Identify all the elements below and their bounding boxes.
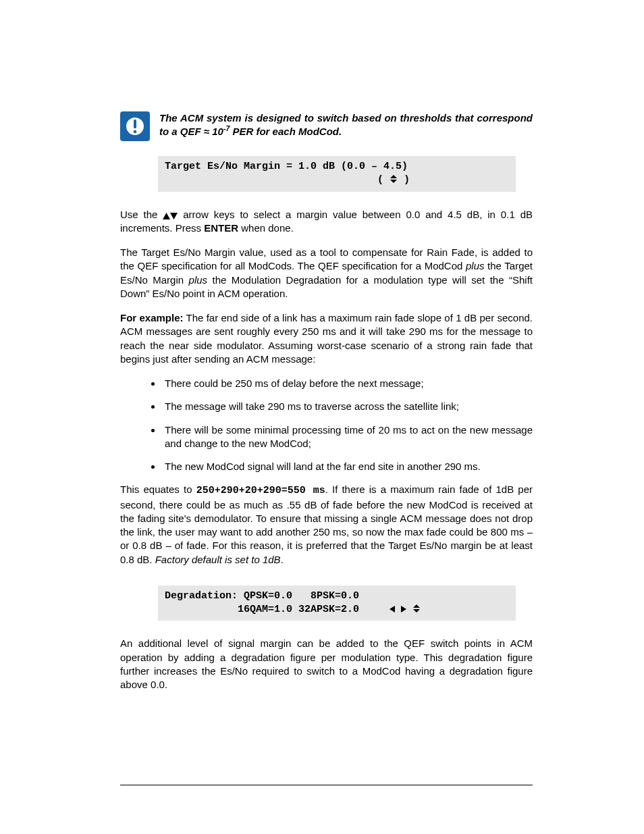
p2-plus1: plus <box>466 260 485 271</box>
p1-before: Use the <box>120 209 163 220</box>
svg-point-2 <box>134 130 137 134</box>
up-arrow-icon <box>163 213 170 219</box>
info-note-text: The ACM system is designed to switch bas… <box>159 111 533 139</box>
paragraph-use-arrows: Use the arrow keys to select a margin va… <box>120 208 533 236</box>
footer-rule <box>120 785 533 785</box>
p1-tail: when done. <box>238 222 294 234</box>
lcd-degradation: Degradation: QPSK=0.0 8PSK=0.0 16QAM=1.0… <box>158 585 516 621</box>
lcd2-line1: Degradation: QPSK=0.0 8PSK=0.0 <box>165 590 359 602</box>
note-line2-sup: -7 <box>223 124 230 132</box>
p4-calc: 250+290+20+290=550 ms <box>196 485 325 496</box>
lcd1-line1: Target Es/No Margin = 1.0 dB (0.0 – 4.5) <box>165 161 408 172</box>
right-arrow-icon <box>401 606 406 613</box>
p4a: This equates to <box>120 484 196 495</box>
svg-rect-1 <box>134 120 136 128</box>
list-item: There could be 250 ms of delay before th… <box>162 377 533 390</box>
p4-ital: Factory default is set to 1dB <box>155 554 281 565</box>
lcd1-line2-close: ) <box>398 174 410 186</box>
paragraph-degradation: An additional level of signal margin can… <box>120 637 533 692</box>
p4b: . If there is a maximum rain fade of 1dB… <box>120 484 533 565</box>
info-icon <box>120 111 150 141</box>
list-item: The new ModCod signal will land at the f… <box>162 460 533 473</box>
p1-enter: ENTER <box>204 222 238 234</box>
note-line2-prefix: QEF ≈ 10 <box>180 126 223 137</box>
info-note: The ACM system is designed to switch bas… <box>120 111 533 141</box>
p4c: . <box>281 554 284 565</box>
paragraph-equates: This equates to 250+290+20+290=550 ms. I… <box>120 483 533 567</box>
paragraph-target-explain: The Target Es/No Margin value, used as a… <box>120 246 533 301</box>
list-item: There will be some minimal processing ti… <box>162 423 533 451</box>
document-page: The ACM system is designed to switch bas… <box>0 0 644 834</box>
p3-lead: For example: <box>120 312 184 323</box>
example-bullets: There could be 250 ms of delay before th… <box>120 377 533 473</box>
lcd-target-esno: Target Es/No Margin = 1.0 dB (0.0 – 4.5)… <box>158 156 516 192</box>
list-item: The message will take 290 ms to traverse… <box>162 400 533 413</box>
up-down-arrows-inline <box>163 209 178 220</box>
lcd1-line2-pad: ( <box>165 174 390 186</box>
p1-after: arrow keys to select a margin value betw… <box>120 209 533 234</box>
updown-icon <box>390 175 398 183</box>
updown-icon <box>412 604 421 613</box>
note-line2-suffix: PER for each ModCod. <box>230 126 342 137</box>
p2-plus2: plus <box>189 274 208 286</box>
lcd2-line2: 16QAM=1.0 32APSK=2.0 <box>165 604 390 615</box>
left-arrow-icon <box>390 606 395 613</box>
down-arrow-icon <box>170 213 178 219</box>
paragraph-example: For example: The far end side of a link … <box>120 311 533 366</box>
